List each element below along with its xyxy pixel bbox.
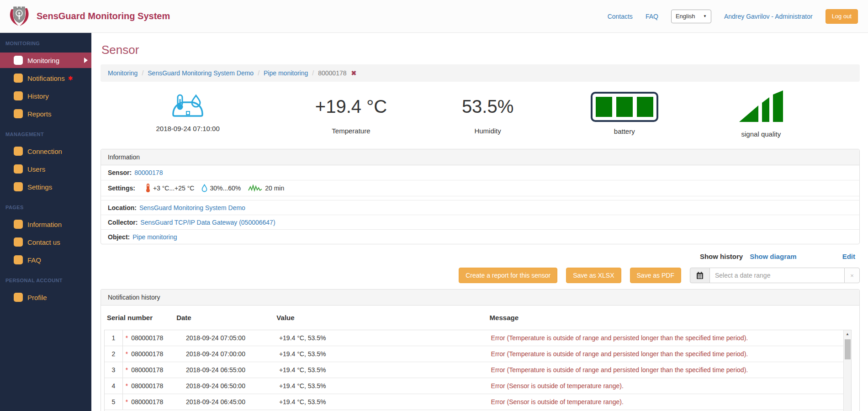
language-select[interactable]: English ▼ <box>671 10 711 23</box>
sidebar-section-management: MANAGEMENT <box>0 124 91 143</box>
notification-table-body: 1 *080000178 2018-09-24 07:05:00 +19.4 °… <box>104 330 852 411</box>
breadcrumb-current-sensor: 80000178 <box>318 69 346 77</box>
row-message: Error (Temperature is outside of range a… <box>487 362 851 378</box>
menu-square-icon <box>14 255 23 264</box>
logout-button[interactable]: Log out <box>826 9 858 24</box>
sidebar-item-notifications[interactable]: Notifications ✱ <box>0 70 91 86</box>
location-link[interactable]: SensGuard Monitoring System Demo <box>139 204 245 211</box>
row-number: 3 <box>105 362 122 378</box>
signal-label: signal quality <box>700 130 822 138</box>
row-serial: *080000178 <box>122 378 174 394</box>
create-report-button[interactable]: Create a report for this sensor <box>459 268 557 283</box>
top-nav: Contacts FAQ English ▼ Andrey Gavrilov -… <box>608 9 858 24</box>
col-date: Date <box>174 311 274 324</box>
object-row-label: Object: <box>108 233 130 241</box>
menu-square-icon <box>14 237 23 247</box>
report-actions-bar: Create a report for this sensor Save as … <box>101 268 860 283</box>
date-range-input[interactable] <box>710 268 844 283</box>
sidebar-item-contact-us[interactable]: Contact us <box>0 234 91 250</box>
breadcrumb: Monitoring / SensGuard Monitoring System… <box>101 64 860 82</box>
row-number: 1 <box>105 330 122 346</box>
top-header: SensGuard Monitoring System Contacts FAQ… <box>0 0 868 33</box>
row-value: +19.4 °C, 53.5% <box>274 330 487 346</box>
nav-faq-link[interactable]: FAQ <box>646 13 658 20</box>
brand: SensGuard Monitoring System <box>7 5 170 28</box>
table-row[interactable]: 2 *080000178 2018-09-24 07:00:00 +19.4 °… <box>105 346 851 362</box>
save-xlsx-button[interactable]: Save as XLSX <box>566 268 621 283</box>
battery-label: battery <box>549 127 700 135</box>
chevron-down-icon: ▼ <box>703 14 707 18</box>
battery-block: battery <box>549 90 700 135</box>
error-star-icon: * <box>126 334 128 342</box>
edit-link[interactable]: Edit <box>842 253 855 260</box>
user-account-link[interactable]: Andrey Gavrilov - Administrator <box>724 13 813 20</box>
row-number: 4 <box>105 378 122 394</box>
info-row-settings: Settings: +3 °C...+25 °C 30%...60% <box>101 180 859 196</box>
reading-timestamp: 2018-09-24 07:10:00 <box>101 125 275 132</box>
sidebar-item-monitoring[interactable]: Monitoring <box>0 53 91 68</box>
location-row-label: Location: <box>108 204 137 211</box>
signal-strength-icon <box>738 116 784 124</box>
menu-square-icon <box>14 182 23 191</box>
row-message: Error (Temperature is outside of range a… <box>487 330 851 346</box>
calendar-icon[interactable] <box>690 268 710 283</box>
row-date: 2018-09-24 06:50:00 <box>174 378 274 394</box>
menu-square-icon <box>14 74 23 83</box>
sidebar-item-profile[interactable]: Profile <box>0 290 91 305</box>
scrollbar-thumb[interactable] <box>845 339 851 359</box>
sidebar-item-faq[interactable]: FAQ <box>0 252 91 268</box>
table-row[interactable]: 3 *080000178 2018-09-24 06:55:00 +19.4 °… <box>105 362 851 378</box>
sidebar-item-settings[interactable]: Settings <box>0 179 91 195</box>
clear-date-icon[interactable]: × <box>844 268 860 283</box>
humidity-label: Humidity <box>427 127 549 135</box>
table-row[interactable]: 4 *080000178 2018-09-24 06:50:00 +19.4 °… <box>105 378 851 394</box>
breadcrumb-separator: / <box>142 69 143 77</box>
row-number: 2 <box>105 346 122 362</box>
col-value: Value <box>274 311 487 324</box>
info-row-object: Object: Pipe monitoring <box>101 229 859 244</box>
sidebar-item-information[interactable]: Information <box>0 216 91 232</box>
nav-contacts-link[interactable]: Contacts <box>608 13 633 20</box>
row-value: +19.4 °C, 53.5% <box>274 346 487 362</box>
sensor-id-link[interactable]: 80000178 <box>134 169 163 176</box>
row-date: 2018-09-24 06:55:00 <box>174 362 274 378</box>
breadcrumb-demo[interactable]: SensGuard Monitoring System Demo <box>148 69 254 77</box>
sidebar-item-reports[interactable]: Reports <box>0 106 91 121</box>
sidebar-section-monitoring: MONITORING <box>0 33 91 53</box>
collector-link[interactable]: SensGuard TCP/IP Data Gateway (050006647… <box>140 219 275 226</box>
temperature-range-value: +3 °C...+25 °C <box>153 184 195 192</box>
row-message: Error (Temperature is outside of range a… <box>487 346 851 362</box>
main-content: Sensor Monitoring / SensGuard Monitoring… <box>91 33 868 411</box>
save-pdf-button[interactable]: Save as PDF <box>630 268 681 283</box>
humidity-range-value: 30%...60% <box>210 184 241 192</box>
notification-history-title: Notification history <box>101 290 859 306</box>
table-row[interactable]: 1 *080000178 2018-09-24 07:05:00 +19.4 °… <box>105 330 851 346</box>
sidebar-item-users[interactable]: Users <box>0 161 91 177</box>
table-row[interactable]: 5 *080000178 2018-09-24 06:45:00 +19.4 °… <box>105 394 851 410</box>
page-title: Sensor <box>101 43 860 57</box>
show-history-tab[interactable]: Show history <box>700 253 743 260</box>
scroll-up-icon[interactable]: ▲ <box>844 330 851 338</box>
remove-sensor-icon[interactable]: ✖ <box>351 69 357 77</box>
collector-row-label: Collector: <box>108 219 138 226</box>
table-scrollbar[interactable]: ▲ <box>843 330 851 411</box>
breadcrumb-monitoring[interactable]: Monitoring <box>108 69 138 77</box>
sidebar-section-personal-account: PERSONAL ACCOUNT <box>0 270 91 290</box>
col-serial-number: Serial number <box>104 311 174 324</box>
breadcrumb-pipe-monitoring[interactable]: Pipe monitoring <box>264 69 308 77</box>
show-diagram-link[interactable]: Show diagram <box>750 253 797 260</box>
sensor-row-label: Sensor: <box>108 169 132 176</box>
sidebar-item-history[interactable]: History <box>0 88 91 104</box>
battery-level-icon <box>591 92 658 122</box>
sidebar-item-connection[interactable]: Connection <box>0 143 91 159</box>
view-toggle-row: Show history Show diagram Edit <box>101 253 855 260</box>
menu-square-icon <box>14 56 23 65</box>
row-date: 2018-09-24 07:05:00 <box>174 330 274 346</box>
sensor-device-block: 2018-09-24 07:10:00 <box>101 90 275 132</box>
info-row-location: Location: SensGuard Monitoring System De… <box>101 200 859 215</box>
notification-table-header: Serial number Date Value Message <box>104 311 852 324</box>
notification-rows-table: 1 *080000178 2018-09-24 07:05:00 +19.4 °… <box>105 330 851 410</box>
object-link[interactable]: Pipe monitoring <box>132 233 177 241</box>
signal-block: signal quality <box>700 90 822 138</box>
waveform-icon <box>248 184 263 192</box>
